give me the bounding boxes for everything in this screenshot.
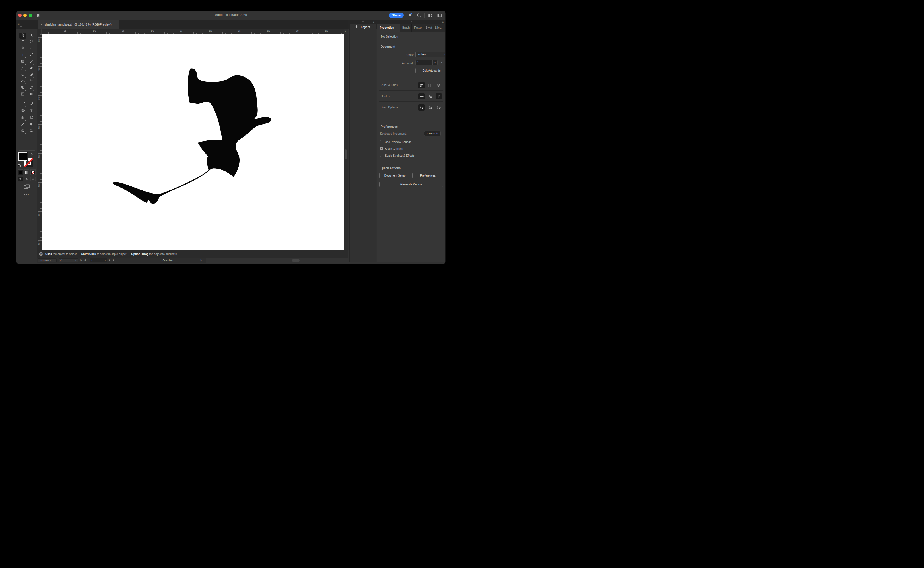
tool-zoom[interactable] bbox=[28, 128, 35, 134]
zoom-level-select[interactable]: 160.46%∨ bbox=[38, 258, 57, 262]
tool-curvature[interactable] bbox=[28, 46, 35, 52]
tool-shape-builder[interactable] bbox=[19, 85, 26, 91]
snapgrid-toggle-button[interactable] bbox=[427, 104, 433, 110]
draw-normal-button[interactable] bbox=[18, 177, 23, 181]
panel-tab-retyp[interactable]: Retyp bbox=[412, 24, 423, 32]
expand-panels-icon[interactable]: » bbox=[442, 20, 444, 24]
ruler-toggle-button[interactable] bbox=[418, 82, 425, 88]
vertical-ruler[interactable]: 1012111212121312 bbox=[37, 34, 41, 250]
help-icon[interactable]: ? bbox=[39, 252, 43, 256]
tool-scale[interactable] bbox=[28, 72, 35, 78]
workspace-switcher-icon[interactable] bbox=[428, 13, 433, 18]
screen-mode-icon[interactable] bbox=[23, 183, 30, 189]
tool-type[interactable]: T bbox=[19, 52, 26, 58]
properties-panel-drag-handle[interactable] bbox=[407, 21, 416, 22]
checker-toggle-button[interactable] bbox=[436, 82, 442, 88]
scroll-up-icon[interactable]: ∧ bbox=[345, 30, 347, 33]
next-artboard-icon[interactable]: ▶ bbox=[109, 259, 111, 261]
tab-close-icon[interactable]: × bbox=[40, 23, 42, 26]
tool-measure[interactable] bbox=[19, 101, 26, 107]
draw-behind-button[interactable] bbox=[24, 177, 29, 181]
tool-width[interactable] bbox=[19, 79, 26, 85]
panel-tab-brush[interactable]: Brush bbox=[400, 24, 412, 32]
preferences-button[interactable]: Preferences bbox=[412, 173, 443, 178]
tool-hand[interactable] bbox=[28, 122, 35, 128]
checkbox-use-preview-bounds[interactable] bbox=[380, 140, 383, 143]
document-tab[interactable]: × sheridan_template.ai* @ 160.46 % (RGB/… bbox=[38, 20, 120, 29]
tool-pen[interactable] bbox=[19, 46, 26, 52]
rotation-select[interactable]: 0°∨ bbox=[59, 258, 78, 262]
status-readout[interactable]: Selection bbox=[145, 259, 191, 261]
vertical-scrollbar[interactable]: ∧ ∨ ∨ bbox=[344, 29, 348, 263]
tool-eyedropper[interactable] bbox=[28, 101, 35, 107]
last-artboard-icon[interactable]: ▶| bbox=[113, 259, 115, 261]
artboard-select[interactable]: 1∨ bbox=[415, 60, 438, 65]
draw-inside-button[interactable] bbox=[30, 177, 36, 181]
tool-rotate[interactable] bbox=[19, 72, 26, 78]
default-fill-stroke-icon[interactable] bbox=[18, 163, 21, 167]
tool-column-graph[interactable] bbox=[19, 115, 26, 121]
tool-direct-selection[interactable] bbox=[28, 33, 35, 39]
tool-mesh[interactable] bbox=[19, 92, 26, 98]
scroll-left-icon[interactable]: ‹ bbox=[205, 259, 206, 261]
layers-panel-drag-handle[interactable] bbox=[358, 21, 367, 22]
units-select[interactable]: Inches∨ bbox=[415, 52, 445, 57]
toolbar-drag-handle[interactable] bbox=[20, 26, 25, 27]
share-button[interactable]: Share bbox=[389, 13, 404, 18]
panel-tab-properties[interactable]: Properties bbox=[377, 24, 400, 32]
tool-free-transform[interactable] bbox=[28, 79, 35, 85]
swap-fill-stroke-icon[interactable] bbox=[30, 152, 33, 156]
titlebar[interactable]: Adobe Illustrator 2025 Share bbox=[17, 11, 445, 20]
fill-color-swatch[interactable] bbox=[18, 152, 27, 161]
first-artboard-icon[interactable]: |◀ bbox=[80, 259, 82, 261]
edit-toolbar-ellipsis[interactable]: ••• bbox=[17, 193, 37, 197]
tool-eraser[interactable] bbox=[28, 65, 35, 71]
smartguides-toggle-button[interactable] bbox=[436, 93, 442, 100]
tool-warp[interactable] bbox=[19, 128, 26, 134]
panel-tab-libra[interactable]: Libra bbox=[432, 24, 444, 32]
tool-gradient[interactable] bbox=[28, 92, 35, 98]
collapse-layers-icon[interactable]: « bbox=[373, 20, 374, 24]
gradient-mode-button[interactable] bbox=[24, 169, 29, 175]
panel-layout-icon[interactable] bbox=[437, 13, 442, 18]
horizontal-ruler[interactable]: 251/2261/2271/2281/2291/2 bbox=[41, 29, 344, 34]
checkbox-scale-corners[interactable]: ✓ bbox=[380, 147, 383, 150]
snappoint-toggle-button[interactable] bbox=[418, 104, 425, 110]
tool-symbol-sprayer[interactable] bbox=[28, 108, 35, 114]
prev-artboard-panel-icon[interactable]: ◀ bbox=[440, 61, 442, 64]
artboard-canvas[interactable] bbox=[41, 34, 344, 250]
edit-artboards-button[interactable]: Edit Artboards bbox=[415, 68, 445, 73]
artwork-shape[interactable] bbox=[113, 68, 271, 204]
tool-magic-wand[interactable] bbox=[19, 39, 26, 45]
collapse-toolbar-icon[interactable]: « bbox=[18, 23, 20, 26]
tool-line-segment[interactable] bbox=[28, 52, 35, 58]
ruler-corner[interactable] bbox=[37, 29, 41, 34]
none-mode-button[interactable] bbox=[30, 169, 36, 175]
tool-selection[interactable] bbox=[19, 33, 26, 39]
grid-toggle-button[interactable] bbox=[427, 82, 433, 88]
guideslock-toggle-button[interactable] bbox=[427, 93, 433, 100]
prev-artboard-icon[interactable]: ◀ bbox=[84, 259, 86, 261]
tool-lasso[interactable] bbox=[28, 39, 35, 45]
horizontal-scroll-thumb[interactable] bbox=[292, 259, 300, 262]
horizontal-scrollbar[interactable] bbox=[206, 258, 361, 263]
status-menu-icon[interactable]: ▶ bbox=[201, 259, 202, 261]
document-setup-button[interactable]: Document Setup bbox=[380, 173, 410, 178]
keyboard-increment-input[interactable]: 0.0139 in bbox=[424, 131, 441, 136]
tool-paintbrush[interactable] bbox=[28, 59, 35, 65]
panel-tab-swat[interactable]: Swat bbox=[423, 24, 432, 32]
checkbox-scale-strokes-effects[interactable] bbox=[380, 154, 383, 157]
color-mode-button[interactable] bbox=[18, 169, 23, 175]
tool-rectangle[interactable] bbox=[19, 59, 26, 65]
notifications-bell-icon[interactable] bbox=[407, 13, 412, 18]
vertical-scroll-thumb[interactable] bbox=[344, 149, 347, 160]
tool-symbols[interactable] bbox=[19, 108, 26, 114]
tool-slice[interactable] bbox=[19, 122, 26, 128]
tool-artboard[interactable] bbox=[28, 115, 35, 121]
snappixel-toggle-button[interactable] bbox=[436, 104, 442, 110]
generate-vectors-button[interactable]: Generate Vectors bbox=[380, 182, 443, 187]
guides-toggle-button[interactable] bbox=[418, 93, 425, 100]
tool-pencil[interactable] bbox=[19, 65, 26, 71]
artboard-navigation-select[interactable]: 1∨ bbox=[89, 258, 107, 262]
search-icon[interactable] bbox=[417, 13, 422, 18]
